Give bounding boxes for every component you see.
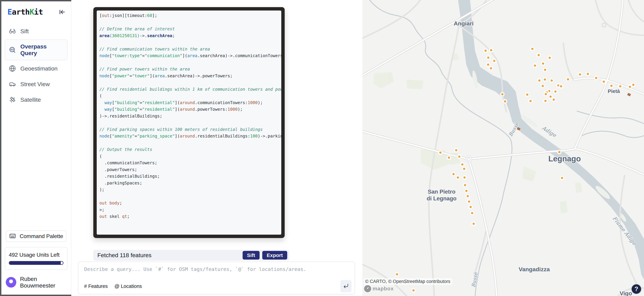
feature-dot[interactable] (554, 90, 557, 93)
code-line: .communicationTowers; (100, 160, 281, 166)
logo-letter: it (34, 7, 43, 16)
globe-icon (9, 65, 16, 72)
feature-dot[interactable] (534, 65, 536, 67)
code-line: >; (100, 207, 281, 213)
export-button[interactable]: Export (262, 251, 287, 260)
logo-letter: K (30, 7, 34, 16)
feature-dot[interactable] (544, 100, 546, 102)
feature-dot[interactable] (629, 86, 631, 88)
feature-dot[interactable] (471, 212, 473, 214)
query-input[interactable]: Describe a query... Use `#` for OSM tags… (78, 262, 355, 294)
feature-dot[interactable] (487, 57, 490, 59)
feature-dot[interactable] (542, 62, 544, 65)
features-chip[interactable]: # Features (84, 284, 108, 289)
logo-letter: arth (12, 7, 30, 16)
feature-dot[interactable] (553, 99, 555, 101)
feature-dot[interactable] (484, 50, 487, 52)
sidebar-item-street-view[interactable]: Street View (5, 77, 68, 91)
feature-dot[interactable] (501, 93, 504, 95)
feature-dot[interactable] (603, 81, 605, 83)
command-palette-button[interactable]: Command Palette (6, 230, 66, 242)
feature-dot[interactable] (440, 152, 442, 154)
feature-dot[interactable] (493, 60, 496, 62)
code-line (100, 119, 281, 126)
sidebar-item-geoestimation[interactable]: Geoestimation (5, 61, 68, 76)
feature-dot[interactable] (550, 96, 552, 98)
user-menu[interactable]: Ruben Bouwmeester (5, 275, 68, 290)
feature-dot[interactable] (470, 206, 472, 208)
feature-dot[interactable] (465, 190, 468, 192)
sidebar-item-label: Geoestimation (20, 65, 58, 72)
feature-dot[interactable] (538, 79, 540, 82)
feature-dot[interactable] (504, 100, 506, 103)
sidebar-nav: SiftOverpass QueryGeoestimationStreet Vi… (5, 24, 68, 107)
feature-dot[interactable] (396, 273, 398, 276)
feature-dot[interactable] (542, 85, 544, 87)
code-line: ); (100, 186, 281, 193)
feature-dot[interactable] (595, 77, 597, 79)
feature-dot[interactable] (632, 84, 634, 86)
feature-dot[interactable] (526, 94, 528, 96)
sidebar-item-overpass-query[interactable]: Overpass Query (5, 39, 68, 60)
feature-dot[interactable] (412, 290, 415, 292)
mapbox-logo[interactable]: mapbox (364, 285, 394, 292)
feature-dot[interactable] (610, 85, 612, 87)
feature-dot[interactable] (530, 100, 532, 102)
code-line: out skel qt; (100, 213, 281, 220)
feature-dot[interactable] (567, 78, 569, 80)
feature-dot[interactable] (455, 149, 458, 151)
map-attribution[interactable]: © CARTO, © OpenStreetMap contributors (364, 278, 452, 285)
code-line (100, 39, 281, 46)
code-line (100, 19, 281, 26)
keyboard-icon (9, 233, 16, 240)
code-line: area(3601250131)->.searchArea; (100, 32, 281, 39)
feature-dot[interactable] (560, 85, 562, 87)
feature-dot[interactable] (467, 195, 469, 197)
town-label: Legnago (548, 154, 581, 163)
feature-dot[interactable] (487, 64, 489, 66)
locations-chip[interactable]: @ Locations (114, 284, 142, 289)
basemap: AngiariLegnagoSan Pietrodi LegnagoVangad… (362, 0, 644, 296)
feature-dot[interactable] (619, 85, 622, 87)
overpass-editor-frame: [out:json][timeout:60];// Define the are… (93, 7, 285, 238)
feature-dot[interactable] (538, 54, 540, 56)
satellite-icon (9, 96, 16, 103)
feature-dot[interactable] (561, 177, 563, 179)
sidebar-item-sift[interactable]: Sift (5, 24, 68, 38)
sift-button[interactable]: Sift (242, 251, 260, 260)
feature-dot[interactable] (452, 173, 455, 175)
feature-dot[interactable] (490, 67, 492, 69)
feature-dot[interactable] (490, 49, 492, 51)
help-button[interactable]: ? (631, 284, 642, 294)
feature-dot[interactable] (549, 57, 551, 59)
code-line: .powerTowers; (100, 166, 281, 173)
feature-dot[interactable] (468, 201, 470, 203)
submit-query-button[interactable] (340, 280, 352, 292)
feature-dot[interactable] (579, 73, 581, 76)
feature-dot[interactable] (458, 156, 460, 158)
feature-dot[interactable] (544, 78, 546, 81)
feature-dot[interactable] (461, 163, 464, 166)
feature-dot[interactable] (545, 93, 547, 95)
results-count-label: Fetched 118 features (98, 252, 152, 259)
code-line: out body; (100, 200, 281, 207)
car-icon (9, 80, 16, 88)
feature-dot[interactable] (558, 151, 560, 153)
collapse-sidebar-icon[interactable] (58, 8, 66, 16)
sidebar-item-satellite[interactable]: Satellite (5, 92, 68, 107)
overpass-code-editor[interactable]: [out:json][timeout:60];// Define the are… (97, 10, 281, 235)
mapbox-compass-icon (364, 285, 371, 292)
map-view[interactable]: AngiariLegnagoSan Pietrodi LegnagoVangad… (362, 0, 644, 296)
feature-dot[interactable] (531, 48, 534, 50)
feature-dot[interactable] (463, 168, 465, 170)
feature-dot[interactable] (457, 177, 459, 179)
code-line: // Find power towers within the area (100, 66, 281, 72)
feature-dot[interactable] (473, 223, 475, 225)
feature-dot[interactable] (448, 157, 450, 159)
feature-dot[interactable] (464, 184, 466, 186)
feature-dot[interactable] (544, 69, 546, 71)
feature-dot[interactable] (551, 79, 553, 82)
town-label: Angiari (454, 20, 474, 27)
feature-dot[interactable] (464, 177, 466, 179)
feature-dot[interactable] (587, 73, 589, 75)
